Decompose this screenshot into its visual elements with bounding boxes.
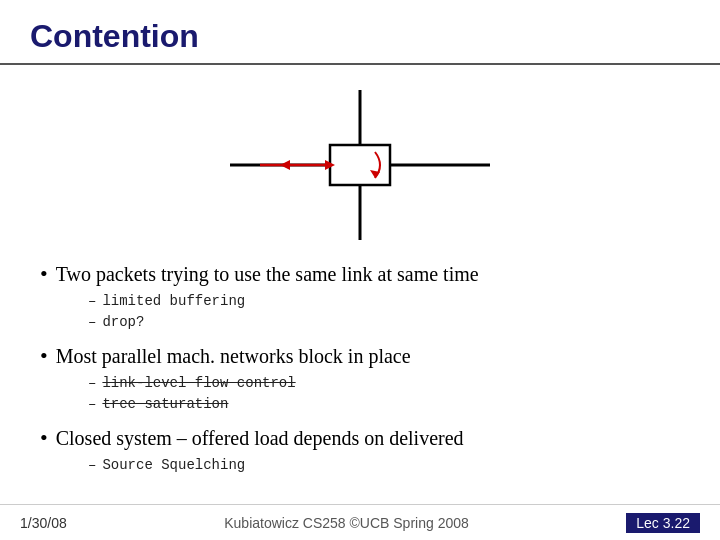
bullet-sub-1: – limited buffering – drop? (40, 291, 680, 333)
main-content: • Two packets trying to use the same lin… (0, 65, 720, 476)
bullet-text-1: Two packets trying to use the same link … (56, 263, 479, 286)
bullet-section-3: • Closed system – offered load depends o… (40, 425, 680, 476)
footer-lec: Lec 3.22 (626, 513, 700, 533)
bullet-sub-text-3-1: Source Squelching (102, 455, 245, 476)
bullet-sub-text-1-2: drop? (102, 312, 144, 333)
bullet-section-1: • Two packets trying to use the same lin… (40, 261, 680, 333)
bullet-sub-text-1-1: limited buffering (102, 291, 245, 312)
bullet-sub-item-3-1: – Source Squelching (88, 455, 680, 476)
footer-center: Kubiatowicz CS258 ©UCB Spring 2008 (224, 515, 469, 531)
svg-marker-8 (280, 160, 290, 170)
bullet-sub-item-1-1: – limited buffering (88, 291, 680, 312)
bullet-sub-text-2-1: link-level flow control (102, 373, 295, 394)
page-title: Contention (30, 18, 690, 55)
bullet-text-2: Most parallel mach. networks block in pl… (56, 345, 411, 368)
bullet-dot-1: • (40, 261, 48, 287)
bullet-main-2: • Most parallel mach. networks block in … (40, 343, 680, 369)
bullet-sub-3: – Source Squelching (40, 455, 680, 476)
bullet-dot-3: • (40, 425, 48, 451)
bullet-sub-2: – link-level flow control – tree saturat… (40, 373, 680, 415)
bullet-sub-text-2-2: tree saturation (102, 394, 228, 415)
bullet-main-1: • Two packets trying to use the same lin… (40, 261, 680, 287)
bullet-sub-item-2-2: – tree saturation (88, 394, 680, 415)
header: Contention (0, 0, 720, 65)
bullet-section-2: • Most parallel mach. networks block in … (40, 343, 680, 415)
footer-date: 1/30/08 (20, 515, 67, 531)
bullet-sub-item-1-2: – drop? (88, 312, 680, 333)
bullet-text-3: Closed system – offered load depends on … (56, 427, 464, 450)
bullet-main-3: • Closed system – offered load depends o… (40, 425, 680, 451)
bullet-sub-item-2-1: – link-level flow control (88, 373, 680, 394)
footer: 1/30/08 Kubiatowicz CS258 ©UCB Spring 20… (0, 504, 720, 540)
contention-diagram (230, 90, 490, 240)
diagram-area (40, 85, 680, 245)
bullet-dot-2: • (40, 343, 48, 369)
